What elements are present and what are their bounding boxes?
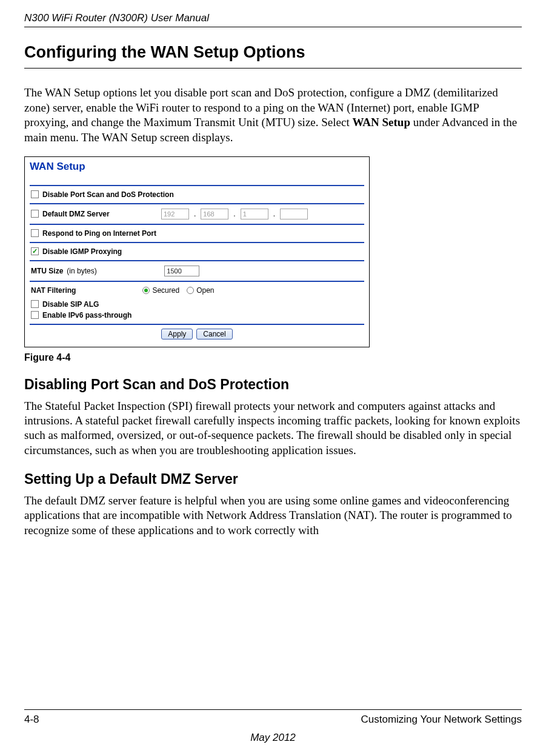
label-nat-open: Open (196, 286, 214, 295)
row-mtu: MTU Size(in bytes) (30, 261, 364, 281)
row-nat-filtering: NAT Filtering Secured Open (30, 282, 364, 299)
checkbox-dmz[interactable] (31, 210, 39, 218)
page-footer: 4-8 Customizing Your Network Settings Ma… (24, 709, 522, 744)
label-mtu-bold: MTU Size (31, 267, 63, 275)
document-header: N300 WiFi Router (N300R) User Manual (24, 12, 522, 27)
checkbox-enable-ipv6[interactable] (31, 311, 39, 319)
dmz-ip-octet-4[interactable] (280, 209, 308, 219)
wan-setup-screenshot: WAN Setup Disable Port Scan and DoS Prot… (24, 156, 370, 347)
row-enable-ipv6: Enable IPv6 pass-through (30, 311, 364, 324)
label-dmz: Default DMZ Server (42, 210, 158, 218)
checkbox-disable-igmp[interactable]: ✓ (31, 247, 39, 255)
paragraph-dmz: The default DMZ server feature is helpfu… (24, 493, 522, 538)
heading-dmz: Setting Up a Default DMZ Server (24, 471, 522, 487)
label-mtu-thin: (in bytes) (67, 267, 161, 275)
footer-date: May 2012 (24, 732, 522, 744)
heading-spi: Disabling Port Scan and DoS Protection (24, 376, 522, 393)
dmz-ip-octet-3[interactable] (241, 209, 268, 219)
row-disable-port-scan: Disable Port Scan and DoS Protection (30, 186, 364, 203)
divider (30, 324, 364, 325)
radio-nat-secured[interactable] (142, 287, 150, 294)
footer-divider (24, 709, 522, 710)
label-respond-ping: Respond to Ping on Internet Port (42, 229, 156, 238)
checkbox-disable-sip[interactable] (31, 300, 39, 308)
label-nat-secured: Secured (152, 286, 179, 295)
checkbox-respond-ping[interactable] (31, 229, 39, 237)
label-nat: NAT Filtering (31, 286, 76, 295)
intro-bold: WAN Setup (352, 116, 410, 129)
footer-chapter: Customizing Your Network Settings (361, 714, 522, 726)
dot-icon: . (194, 210, 196, 218)
dmz-ip-octet-2[interactable] (201, 209, 228, 219)
row-disable-sip: Disable SIP ALG (30, 299, 364, 311)
screenshot-title: WAN Setup (30, 161, 364, 173)
dot-icon: . (273, 210, 275, 218)
mtu-input[interactable] (164, 266, 199, 276)
radio-nat-open[interactable] (187, 287, 194, 294)
footer-page-number: 4-8 (24, 714, 39, 726)
label-enable-ipv6: Enable IPv6 pass-through (42, 311, 132, 319)
checkbox-disable-port-scan[interactable] (31, 190, 39, 198)
paragraph-spi: The Stateful Packet Inspection (SPI) fir… (24, 399, 522, 458)
intro-paragraph: The WAN Setup options let you disable po… (24, 85, 522, 146)
row-dmz: Default DMZ Server . . . (30, 204, 364, 224)
apply-button[interactable]: Apply (161, 329, 193, 340)
row-respond-ping: Respond to Ping on Internet Port (30, 225, 364, 242)
dmz-ip-octet-1[interactable] (161, 209, 189, 219)
label-disable-port-scan: Disable Port Scan and DoS Protection (42, 190, 174, 199)
row-disable-igmp: ✓ Disable IGMP Proxying (30, 243, 364, 260)
cancel-button[interactable]: Cancel (196, 329, 232, 340)
button-row: Apply Cancel (30, 329, 364, 340)
page-title: Configuring the WAN Setup Options (24, 43, 522, 69)
figure-caption: Figure 4-4 (24, 352, 522, 363)
label-disable-igmp: Disable IGMP Proxying (42, 247, 122, 256)
label-disable-sip: Disable SIP ALG (42, 300, 99, 309)
dot-icon: . (233, 210, 235, 218)
